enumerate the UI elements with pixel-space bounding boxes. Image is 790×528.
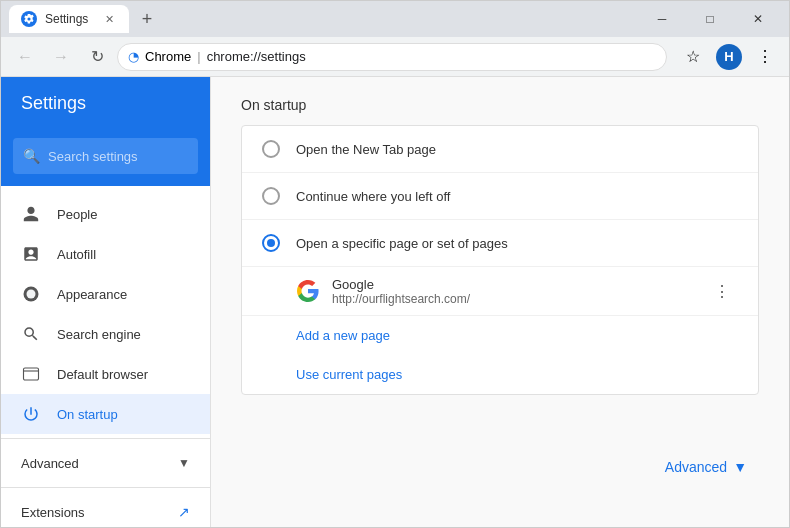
profile-avatar: H bbox=[716, 44, 742, 70]
sidebar-item-search-engine-label: Search engine bbox=[57, 327, 141, 342]
advanced-button-label: Advanced bbox=[665, 459, 727, 475]
svg-rect-2 bbox=[24, 368, 39, 380]
external-link-icon: ↗ bbox=[178, 504, 190, 520]
browser-content: Settings 🔍 People bbox=[1, 77, 789, 527]
sidebar-item-appearance-label: Appearance bbox=[57, 287, 127, 302]
sidebar-item-autofill[interactable]: Autofill bbox=[1, 234, 210, 274]
tab-label: Settings bbox=[45, 12, 88, 26]
sidebar-header: Settings bbox=[1, 77, 210, 130]
person-icon bbox=[21, 205, 41, 223]
forward-button[interactable]: → bbox=[45, 41, 77, 73]
search-icon: 🔍 bbox=[23, 148, 40, 164]
startup-page-url: http://ourflightsearch.com/ bbox=[332, 292, 694, 306]
sidebar-item-on-startup[interactable]: On startup bbox=[1, 394, 210, 434]
sidebar-divider-2 bbox=[1, 487, 210, 488]
sidebar-item-appearance[interactable]: Appearance bbox=[1, 274, 210, 314]
refresh-button[interactable]: ↻ bbox=[81, 41, 113, 73]
chrome-icon: ◔ bbox=[128, 49, 139, 64]
advanced-button[interactable]: Advanced ▼ bbox=[653, 451, 759, 483]
svg-point-1 bbox=[27, 290, 36, 299]
settings-inner: On startup Open the New Tab page Continu… bbox=[211, 77, 789, 431]
radio-label-specific-page: Open a specific page or set of pages bbox=[296, 236, 508, 251]
advanced-chevron-icon: ▼ bbox=[178, 456, 190, 470]
minimize-button[interactable]: ─ bbox=[639, 5, 685, 33]
close-button[interactable]: ✕ bbox=[735, 5, 781, 33]
sidebar-nav: People Autofill Appearance bbox=[1, 186, 210, 527]
settings-tab[interactable]: Settings ✕ bbox=[9, 5, 129, 33]
search-box[interactable]: 🔍 bbox=[13, 138, 198, 174]
section-title: On startup bbox=[241, 97, 759, 113]
radio-option-continue[interactable]: Continue where you left off bbox=[242, 173, 758, 220]
sidebar-item-people-label: People bbox=[57, 207, 97, 222]
radio-circle-new-tab bbox=[262, 140, 280, 158]
new-tab-button[interactable]: + bbox=[133, 5, 161, 33]
default-browser-icon bbox=[21, 365, 41, 383]
bookmark-button[interactable]: ☆ bbox=[677, 41, 709, 73]
extensions-label: Extensions bbox=[21, 505, 85, 520]
radio-circle-specific-page bbox=[262, 234, 280, 252]
maximize-button[interactable]: □ bbox=[687, 5, 733, 33]
address-url: chrome://settings bbox=[207, 49, 306, 64]
settings-tab-icon bbox=[21, 11, 37, 27]
use-current-pages-link[interactable]: Use current pages bbox=[242, 355, 758, 394]
back-button[interactable]: ← bbox=[9, 41, 41, 73]
address-bar[interactable]: ◔ Chrome | chrome://settings bbox=[117, 43, 667, 71]
startup-page-info: Google http://ourflightsearch.com/ bbox=[332, 277, 694, 306]
sidebar-item-autofill-label: Autofill bbox=[57, 247, 96, 262]
nav-right-controls: ☆ H ⋮ bbox=[677, 41, 781, 73]
autofill-icon bbox=[21, 245, 41, 263]
address-brand: Chrome bbox=[145, 49, 191, 64]
startup-page-entry: Google http://ourflightsearch.com/ ⋮ bbox=[242, 267, 758, 316]
search-input[interactable] bbox=[48, 149, 188, 164]
sidebar-advanced-section[interactable]: Advanced ▼ bbox=[1, 443, 210, 483]
profile-button[interactable]: H bbox=[713, 41, 745, 73]
advanced-section-label: Advanced bbox=[21, 456, 79, 471]
on-startup-icon bbox=[21, 405, 41, 423]
advanced-chevron-icon: ▼ bbox=[733, 459, 747, 475]
radio-option-new-tab[interactable]: Open the New Tab page bbox=[242, 126, 758, 173]
sidebar-title: Settings bbox=[21, 93, 190, 114]
google-logo-icon bbox=[296, 279, 320, 303]
more-options-button[interactable]: ⋮ bbox=[706, 275, 738, 307]
radio-label-continue: Continue where you left off bbox=[296, 189, 450, 204]
settings-wrapper: On startup Open the New Tab page Continu… bbox=[211, 77, 789, 527]
sidebar-item-on-startup-label: On startup bbox=[57, 407, 118, 422]
browser-frame: Settings ✕ + ─ □ ✕ ← → ↻ ◔ Chrome | chro… bbox=[0, 0, 790, 528]
radio-circle-continue bbox=[262, 187, 280, 205]
sidebar-divider bbox=[1, 438, 210, 439]
sidebar-item-default-browser-label: Default browser bbox=[57, 367, 148, 382]
appearance-icon bbox=[21, 285, 41, 303]
sidebar-item-search-engine[interactable]: Search engine bbox=[1, 314, 210, 354]
address-separator: | bbox=[197, 49, 200, 64]
add-new-page-link[interactable]: Add a new page bbox=[242, 316, 758, 355]
nav-bar: ← → ↻ ◔ Chrome | chrome://settings ☆ H ⋮ bbox=[1, 37, 789, 77]
sidebar-item-extensions[interactable]: Extensions ↗ bbox=[1, 492, 210, 527]
radio-label-new-tab: Open the New Tab page bbox=[296, 142, 436, 157]
settings-content: On startup Open the New Tab page Continu… bbox=[211, 77, 789, 527]
sidebar-search-container: 🔍 bbox=[1, 130, 210, 186]
bottom-section: Advanced ▼ bbox=[211, 431, 789, 503]
startup-options-card: Open the New Tab page Continue where you… bbox=[241, 125, 759, 395]
chrome-menu-button[interactable]: ⋮ bbox=[749, 41, 781, 73]
window-controls: ─ □ ✕ bbox=[639, 5, 781, 33]
sidebar-item-people[interactable]: People bbox=[1, 194, 210, 234]
search-engine-icon bbox=[21, 325, 41, 343]
sidebar-item-default-browser[interactable]: Default browser bbox=[1, 354, 210, 394]
startup-page-name: Google bbox=[332, 277, 694, 292]
radio-option-specific-page[interactable]: Open a specific page or set of pages bbox=[242, 220, 758, 267]
tab-close-button[interactable]: ✕ bbox=[101, 11, 117, 27]
sidebar: Settings 🔍 People bbox=[1, 77, 211, 527]
title-bar: Settings ✕ + ─ □ ✕ bbox=[1, 1, 789, 37]
